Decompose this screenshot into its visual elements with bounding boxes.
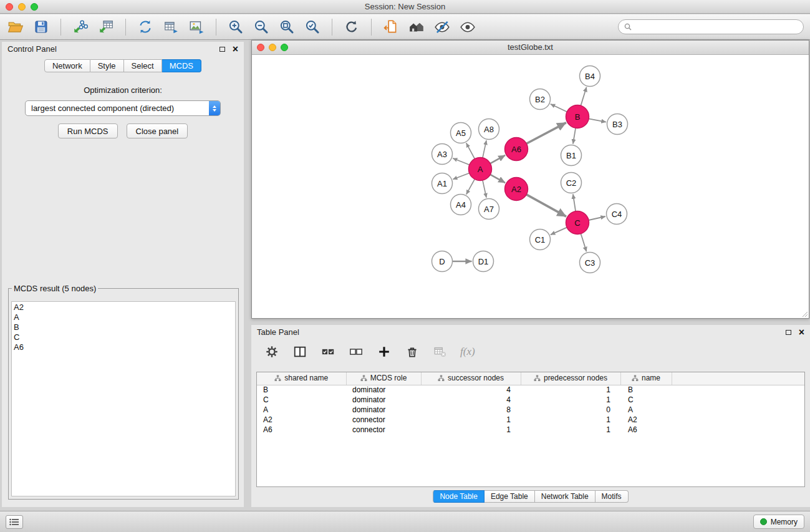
tab-style[interactable]: Style: [90, 59, 124, 72]
edge-A-A6[interactable]: [490, 155, 505, 163]
tab-network[interactable]: Network: [44, 59, 90, 72]
graph-node-D1[interactable]: D1: [473, 251, 494, 272]
zoom-out-button[interactable]: [252, 17, 271, 36]
edge-A-A5[interactable]: [466, 143, 475, 158]
export-table-button[interactable]: [162, 17, 180, 36]
zoom-selected-button[interactable]: [303, 17, 322, 36]
graph-node-B2[interactable]: B2: [530, 89, 551, 110]
graphics-details-button[interactable]: [458, 17, 477, 36]
edge-A-A8[interactable]: [483, 140, 486, 158]
column-header-3[interactable]: predecessor nodes: [521, 372, 620, 385]
resize-grip[interactable]: [801, 310, 808, 317]
export-network-button[interactable]: [136, 17, 155, 36]
result-item[interactable]: C: [14, 332, 233, 342]
search-input[interactable]: [635, 22, 798, 31]
import-network-button[interactable]: [71, 17, 90, 36]
network-canvas[interactable]: AA2A6BCA1A3A4A5A7A8B1B2B3B4C1C2C3C4DD1: [252, 55, 809, 318]
tab-network-table[interactable]: Network Table: [535, 490, 595, 503]
edge-B-B1[interactable]: [573, 128, 576, 143]
graph-node-B[interactable]: B: [566, 105, 589, 128]
delete-column-button[interactable]: [404, 344, 420, 360]
edge-A2-C[interactable]: [526, 195, 566, 216]
graph-node-C1[interactable]: C1: [530, 230, 551, 250]
show-column-panel-button[interactable]: [292, 344, 308, 360]
close-panel-button[interactable]: Close panel: [127, 123, 188, 138]
column-header-4[interactable]: name: [620, 372, 672, 385]
float-panel-icon[interactable]: [219, 47, 225, 52]
annotation-visibility-button[interactable]: [433, 17, 451, 36]
column-header-0[interactable]: shared name: [257, 372, 346, 385]
save-session-button[interactable]: [32, 17, 51, 36]
graph-node-D[interactable]: D: [432, 251, 453, 272]
edge-A-A3[interactable]: [453, 158, 470, 165]
graph-node-C4[interactable]: C4: [607, 204, 627, 225]
task-history-button[interactable]: [6, 515, 23, 529]
minimize-window-button[interactable]: [18, 3, 26, 11]
function-builder-button[interactable]: f(x): [460, 346, 475, 358]
edge-A-A7[interactable]: [483, 180, 486, 198]
table-row[interactable]: A2connector11A2: [257, 415, 804, 425]
edge-C-C4[interactable]: [589, 216, 605, 220]
column-header-1[interactable]: MCDS role: [346, 372, 421, 385]
table-row[interactable]: Bdominator41B: [257, 385, 804, 395]
search-field[interactable]: [618, 19, 804, 34]
graph-node-A4[interactable]: A4: [451, 195, 471, 215]
edge-A-A1[interactable]: [453, 173, 469, 180]
table-settings-button[interactable]: [264, 344, 280, 360]
graph-node-A2[interactable]: A2: [505, 178, 528, 201]
deselect-all-button[interactable]: [348, 344, 364, 360]
select-all-button[interactable]: [320, 344, 336, 360]
graph-node-C2[interactable]: C2: [561, 173, 582, 193]
zoom-window-button[interactable]: [31, 3, 38, 11]
graph-node-B3[interactable]: B3: [607, 114, 628, 135]
tab-node-table[interactable]: Node Table: [433, 490, 485, 503]
export-image-button[interactable]: [187, 17, 206, 36]
table-row[interactable]: Adominator80A: [257, 405, 804, 415]
float-table-panel-icon[interactable]: [786, 330, 791, 335]
open-session-button[interactable]: [6, 17, 25, 36]
create-column-button[interactable]: [376, 344, 392, 360]
minimize-network-window-button[interactable]: [269, 44, 276, 51]
tab-edge-table[interactable]: Edge Table: [485, 490, 535, 503]
graph-node-B1[interactable]: B1: [561, 145, 582, 166]
export-document-button[interactable]: [382, 17, 400, 36]
criterion-dropdown[interactable]: largest connected component (directed): [25, 100, 221, 116]
edge-A-A2[interactable]: [490, 175, 505, 183]
edge-C-C3[interactable]: [581, 234, 587, 252]
column-header-2[interactable]: successor nodes: [421, 372, 521, 385]
edge-C-C1[interactable]: [551, 228, 567, 235]
home-button[interactable]: [407, 17, 426, 36]
delete-table-button[interactable]: [432, 344, 448, 360]
close-window-button[interactable]: [6, 3, 13, 11]
close-panel-icon[interactable]: ×: [233, 44, 238, 54]
table-row[interactable]: Cdominator41C: [257, 395, 804, 405]
graph-node-A7[interactable]: A7: [479, 199, 499, 220]
tab-motifs[interactable]: Motifs: [595, 490, 629, 503]
edge-B-B4[interactable]: [581, 87, 586, 106]
result-item[interactable]: A: [14, 312, 233, 322]
graph-node-C[interactable]: C: [566, 211, 589, 235]
edge-B-B3[interactable]: [589, 118, 606, 122]
graph-node-A[interactable]: A: [469, 158, 492, 181]
edge-B-B2[interactable]: [551, 104, 567, 112]
close-table-panel-icon[interactable]: ×: [799, 327, 804, 337]
result-item[interactable]: A2: [14, 302, 233, 312]
run-mcds-button[interactable]: Run MCDS: [58, 123, 118, 138]
tab-select[interactable]: Select: [124, 59, 162, 72]
close-network-window-button[interactable]: [257, 44, 264, 51]
result-item[interactable]: A6: [14, 342, 233, 352]
graph-node-C3[interactable]: C3: [580, 253, 600, 273]
result-item[interactable]: B: [14, 322, 233, 332]
zoom-network-window-button[interactable]: [281, 44, 288, 51]
apply-layout-button[interactable]: [342, 17, 361, 36]
table-row[interactable]: A6connector11A6: [257, 425, 804, 435]
graph-node-A5[interactable]: A5: [451, 123, 471, 143]
edge-C-C2[interactable]: [573, 194, 576, 211]
zoom-in-button[interactable]: [226, 17, 245, 36]
import-table-button[interactable]: [97, 17, 115, 36]
edge-A6-B[interactable]: [526, 123, 566, 144]
zoom-fit-button[interactable]: [277, 17, 296, 36]
graph-node-A3[interactable]: A3: [432, 144, 453, 165]
graph-node-A1[interactable]: A1: [432, 173, 453, 194]
edge-A-A4[interactable]: [466, 179, 475, 194]
